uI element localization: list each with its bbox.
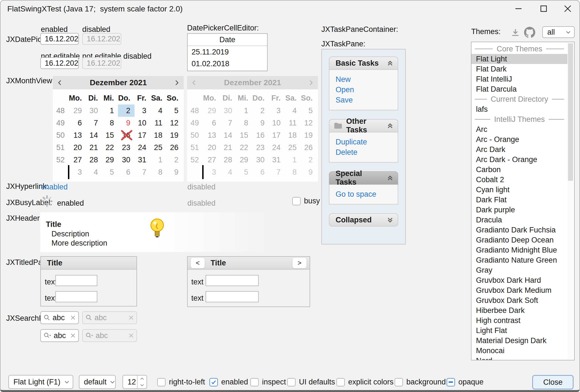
calendar-day-cell[interactable]: 15 bbox=[102, 129, 118, 141]
theme-list-item[interactable]: Arc Dark bbox=[471, 144, 567, 155]
calendar-day-cell[interactable]: 1 bbox=[102, 104, 118, 117]
theme-list-item[interactable]: Dark Flat bbox=[471, 195, 567, 205]
task-pane-link[interactable]: Delete bbox=[336, 147, 398, 158]
checkbox-box[interactable] bbox=[250, 378, 259, 386]
calendar-day-cell[interactable]: 10 bbox=[135, 117, 150, 129]
clear-icon[interactable] bbox=[70, 315, 76, 320]
busy-checkbox[interactable]: busy bbox=[292, 197, 320, 205]
theme-list-item[interactable]: Monocai bbox=[471, 346, 567, 356]
calendar-day-cell[interactable]: 30 bbox=[118, 154, 135, 166]
theme-list-item[interactable]: Dark purple bbox=[471, 205, 567, 215]
theme-list[interactable]: Core ThemesFlat LightFlat DarkFlat Intel… bbox=[471, 42, 575, 360]
checkbox-box[interactable] bbox=[209, 378, 218, 386]
calendar-day-cell[interactable]: 2 bbox=[118, 104, 135, 117]
right-to-left-checkbox[interactable]: right-to-left bbox=[157, 378, 205, 386]
theme-list-item[interactable]: Arc bbox=[471, 124, 567, 134]
themes-filter-combo[interactable]: all bbox=[542, 26, 575, 38]
calendar-day-cell[interactable]: 24 bbox=[135, 141, 150, 154]
calendar-day-cell[interactable]: 23 bbox=[118, 141, 135, 154]
background-checkbox[interactable]: background bbox=[395, 378, 446, 386]
expand-icon[interactable] bbox=[387, 217, 393, 223]
task-pane-header[interactable]: Other Tasks bbox=[329, 119, 398, 132]
task-pane-link[interactable]: Save bbox=[336, 95, 398, 105]
theme-list-item[interactable]: Material Design Dark bbox=[471, 336, 567, 346]
github-icon[interactable] bbox=[524, 27, 535, 38]
next-button[interactable]: > bbox=[292, 257, 307, 269]
search-input[interactable]: abc bbox=[54, 331, 68, 340]
theme-list-scrollbar[interactable] bbox=[567, 43, 574, 359]
opaque-checkbox[interactable]: opaque bbox=[447, 378, 484, 386]
datepicker-cell-editor-table[interactable]: Date 25.11.2019 01.02.2018 bbox=[187, 33, 268, 71]
checkbox-box[interactable] bbox=[292, 197, 301, 205]
theme-list-item[interactable]: Hiberbee Dark bbox=[471, 305, 567, 315]
theme-list-item[interactable]: lafs bbox=[471, 104, 567, 114]
collapse-icon[interactable] bbox=[387, 175, 393, 181]
search-input[interactable]: abc bbox=[53, 313, 68, 322]
chevron-right-icon[interactable] bbox=[175, 80, 179, 86]
table-row[interactable]: 25.11.2019 bbox=[188, 46, 267, 58]
spinner-value[interactable]: 12 bbox=[123, 376, 137, 388]
table-column-header[interactable]: Date bbox=[188, 34, 267, 46]
calendar-day-cell[interactable]: 13 bbox=[69, 129, 86, 141]
task-pane-header[interactable]: Collapsed bbox=[329, 213, 398, 227]
calendar-day-cell[interactable]: 4 bbox=[86, 166, 102, 178]
monthview-calendar-enabled[interactable]: Dezember 2021 Mo.Di.Mi.Do.Fr.Sa.So.48293… bbox=[53, 76, 184, 182]
calendar-day-cell[interactable]: 9 bbox=[167, 166, 183, 178]
calendar-day-cell[interactable]: 26 bbox=[167, 141, 183, 154]
calendar-day-cell[interactable]: 4 bbox=[150, 104, 166, 117]
theme-list-item[interactable]: Arc Dark - Orange bbox=[471, 155, 567, 165]
task-pane-header[interactable]: Basic Tasks bbox=[329, 56, 398, 70]
calendar-day-cell[interactable]: 9 bbox=[118, 117, 135, 129]
calendar-day-cell[interactable]: 18 bbox=[150, 129, 166, 141]
calendar-day-cell[interactable]: 27 bbox=[69, 154, 86, 166]
theme-list-item[interactable]: Carbon bbox=[471, 165, 567, 175]
calendar-day-cell[interactable]: 29 bbox=[102, 154, 118, 166]
calendar-day-cell[interactable]: 3 bbox=[135, 104, 150, 117]
theme-list-item[interactable]: Gradianto Midnight Blue bbox=[471, 245, 567, 255]
theme-list-item[interactable]: Gruvbox Dark Soft bbox=[471, 295, 567, 305]
collapse-icon[interactable] bbox=[387, 123, 393, 129]
checkbox-box[interactable] bbox=[157, 378, 166, 386]
chevron-left-icon[interactable] bbox=[58, 80, 62, 86]
calendar-day-cell[interactable]: 25 bbox=[150, 141, 166, 154]
calendar-day-cell[interactable]: 19 bbox=[167, 129, 183, 141]
theme-list-item[interactable]: Nord bbox=[471, 356, 567, 360]
close-button[interactable]: Close bbox=[532, 375, 574, 389]
checkbox-box[interactable] bbox=[447, 378, 455, 386]
font-size-spinner[interactable]: 12 bbox=[122, 375, 147, 389]
search-field-enabled[interactable]: abc bbox=[40, 311, 79, 324]
task-pane-link[interactable]: Go to space bbox=[336, 189, 398, 199]
inspect-checkbox[interactable]: inspect bbox=[250, 378, 286, 386]
text-field[interactable] bbox=[206, 275, 259, 286]
calendar-day-cell[interactable]: 30 bbox=[86, 104, 102, 117]
font-combo[interactable]: default bbox=[79, 375, 116, 389]
calendar-day-cell[interactable]: 17 bbox=[135, 129, 150, 141]
text-field[interactable] bbox=[55, 291, 97, 302]
theme-list-item[interactable]: Gruvbox Dark Medium bbox=[471, 285, 567, 295]
calendar-day-cell[interactable]: 2 bbox=[167, 154, 183, 166]
calendar-day-cell[interactable]: 8 bbox=[102, 117, 118, 129]
laf-combo[interactable]: Flat Light (F1) bbox=[8, 375, 73, 389]
theme-list-item[interactable]: Cobalt 2 bbox=[471, 175, 567, 185]
task-pane-link[interactable]: Duplicate bbox=[336, 137, 398, 147]
calendar-day-cell[interactable]: 20 bbox=[69, 141, 86, 154]
search-field-with-menu-enabled[interactable]: abc bbox=[40, 329, 79, 342]
calendar-day-cell[interactable]: 31 bbox=[135, 154, 150, 166]
text-field[interactable] bbox=[206, 291, 259, 302]
calendar-day-cell[interactable]: 1 bbox=[150, 154, 166, 166]
theme-list-item[interactable]: Gradianto Deep Ocean bbox=[471, 235, 567, 245]
maximize-button[interactable] bbox=[535, 2, 553, 15]
theme-list-item[interactable]: Dracula bbox=[471, 215, 567, 225]
calendar-day-cell[interactable]: 22 bbox=[102, 141, 118, 154]
table-row[interactable]: 01.02.2018 bbox=[188, 58, 267, 70]
task-pane-link[interactable]: New bbox=[336, 74, 398, 85]
close-window-button[interactable] bbox=[559, 2, 577, 15]
theme-list-item[interactable]: Flat Dark bbox=[471, 64, 567, 74]
calendar-day-cell[interactable]: 5 bbox=[102, 166, 118, 178]
calendar-day-cell[interactable]: 14 bbox=[86, 129, 102, 141]
calendar-day-cell[interactable]: 7 bbox=[135, 166, 150, 178]
theme-list-item[interactable]: Flat Darcula bbox=[471, 84, 567, 94]
calendar-day-cell[interactable]: 11 bbox=[150, 117, 166, 129]
calendar-day-cell[interactable]: 12 bbox=[167, 117, 183, 129]
spinner-up-icon[interactable] bbox=[138, 376, 147, 382]
